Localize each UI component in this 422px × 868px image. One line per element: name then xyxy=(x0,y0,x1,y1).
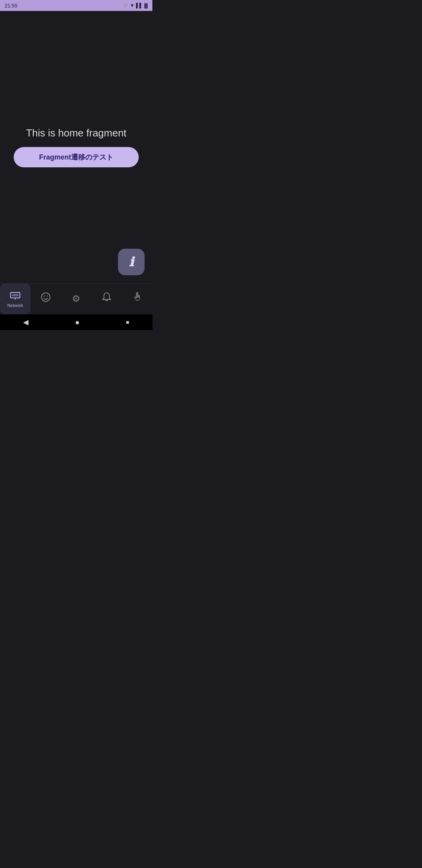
svg-rect-1 xyxy=(12,294,18,296)
nav-item-notifications[interactable] xyxy=(91,283,122,314)
settings-status-icon: ⚙ xyxy=(123,2,128,9)
wifi-icon: ▼ xyxy=(130,3,134,8)
nav-item-touch[interactable] xyxy=(122,283,152,314)
battery-icon: ▓ xyxy=(144,3,148,8)
svg-point-4 xyxy=(41,293,50,301)
nav-item-settings[interactable]: ⚙ xyxy=(61,283,91,314)
network-label: Network xyxy=(7,303,23,308)
status-time: 21:55 xyxy=(5,3,18,9)
touch-icon xyxy=(132,292,142,305)
status-bar: 21:55 ⚙ ▼ ▌▌ ▓ xyxy=(0,0,152,11)
fab-info-button[interactable]: ℹ xyxy=(118,249,145,275)
svg-point-6 xyxy=(47,296,48,297)
smiley-icon xyxy=(41,292,51,305)
signal-icon: ▌▌ xyxy=(136,3,143,8)
back-button[interactable]: ◀ xyxy=(23,318,29,326)
android-nav-bar: ◀ ● ■ xyxy=(0,314,152,330)
info-icon: ℹ xyxy=(129,255,134,269)
home-button[interactable]: ● xyxy=(75,318,80,327)
svg-point-5 xyxy=(44,296,45,297)
settings-icon: ⚙ xyxy=(72,293,80,304)
home-fragment-text: This is home fragment xyxy=(26,127,126,139)
main-content: This is home fragment Fragment遷移のテスト ℹ xyxy=(0,11,152,283)
nav-item-network[interactable]: Network xyxy=(0,283,30,314)
network-icon xyxy=(10,290,21,302)
bottom-nav: Network ⚙ xyxy=(0,283,152,314)
nav-item-smiley[interactable] xyxy=(30,283,61,314)
recent-button[interactable]: ■ xyxy=(126,319,129,325)
status-icons: ⚙ ▼ ▌▌ ▓ xyxy=(123,2,148,9)
bell-icon xyxy=(102,292,111,305)
fragment-transition-button[interactable]: Fragment遷移のテスト xyxy=(14,147,139,167)
